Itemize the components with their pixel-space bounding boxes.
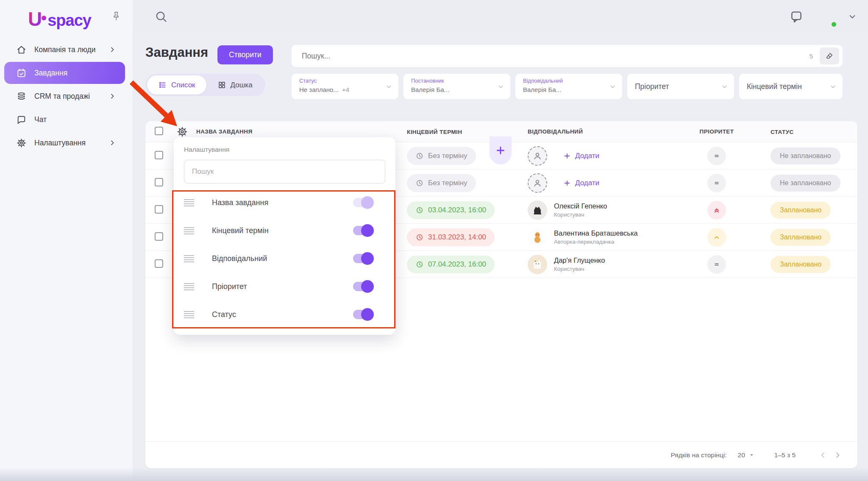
view-tab-list[interactable]: Список — [147, 75, 206, 95]
due-date-pill[interactable]: Без терміну — [407, 174, 476, 192]
column-toggle-label: Відповідальний — [212, 254, 353, 263]
pagination-range: 1–5 з 5 — [774, 451, 796, 459]
column-header-deadline[interactable]: КІНЦЕВИЙ ТЕРМІН — [407, 129, 462, 135]
filter-value: Не заплано... — [299, 86, 339, 93]
filter-deadline[interactable]: Кінцевий термін — [739, 74, 843, 99]
priority-medium-button[interactable] — [707, 255, 726, 274]
assignee-avatar — [528, 200, 547, 220]
drag-handle-icon[interactable] — [184, 255, 194, 262]
column-header-priority[interactable]: ПРІОРИТЕТ — [700, 128, 734, 135]
sidebar-nav: Компанія та люди Завдання CRM та продажі — [0, 37, 133, 155]
priority-medium-button[interactable] — [707, 147, 726, 165]
column-toggle-switch[interactable] — [353, 254, 373, 263]
table-footer: Рядків на сторінці: 20 1–5 з 5 — [145, 441, 857, 468]
app-root: U spacy Компанія та люди — [0, 0, 868, 481]
priority-high-button[interactable] — [707, 228, 726, 247]
due-date-pill[interactable]: 03.04.2023, 16:00 — [407, 201, 495, 219]
sidebar-item-label: Компанія та люди — [34, 45, 95, 54]
due-date-pill[interactable]: 31.03.2023, 14:00 — [407, 228, 495, 246]
clear-search-button[interactable] — [820, 47, 839, 64]
filter-label: Постановник — [411, 78, 496, 84]
board-view-icon — [217, 81, 226, 89]
column-toggle-row: Відповідальний — [184, 245, 385, 272]
create-task-button[interactable]: Створити — [217, 45, 273, 64]
sidebar: U spacy Компанія та люди — [0, 0, 133, 481]
page-title: Завдання — [145, 45, 208, 60]
user-menu-caret[interactable] — [848, 12, 857, 21]
column-header-status[interactable]: СТАТУС — [771, 129, 794, 135]
page-size-select[interactable]: 20 — [738, 451, 755, 459]
row-checkbox[interactable] — [155, 205, 163, 214]
status-pill[interactable]: Заплановано — [771, 256, 831, 273]
pin-icon — [111, 11, 122, 22]
list-view-icon — [158, 81, 167, 89]
due-date-pill[interactable]: 07.04.2023, 16:00 — [407, 256, 495, 273]
status-pill[interactable]: Заплановано — [771, 229, 831, 246]
status-pill[interactable]: Не заплановано — [771, 147, 840, 164]
chat-icon — [16, 114, 27, 125]
chevron-right-icon — [109, 93, 116, 100]
add-assignee-button[interactable]: Додати — [563, 152, 599, 160]
assignee-avatar — [528, 255, 547, 274]
column-toggle-label: Статус — [212, 310, 353, 319]
column-settings-button[interactable] — [176, 125, 189, 138]
logo-text: spacy — [47, 11, 91, 30]
filter-priority[interactable]: Пріоритет — [627, 74, 734, 99]
select-all-checkbox[interactable] — [155, 127, 163, 135]
row-checkbox[interactable] — [155, 259, 163, 268]
priority-highest-button[interactable] — [707, 201, 726, 220]
status-pill[interactable]: Не заплановано — [771, 175, 840, 192]
column-toggle-row: Кінцевий термін — [184, 217, 385, 245]
filter-responsible[interactable]: Відповідальний Валерія Ба... — [515, 74, 622, 99]
column-toggle-switch[interactable] — [353, 282, 373, 291]
chevron-down-icon — [385, 83, 392, 90]
assignee-name: Дар'я Глущенко — [554, 256, 605, 264]
next-page-button[interactable] — [830, 448, 845, 462]
row-checkbox[interactable] — [155, 151, 163, 159]
prev-page-button[interactable] — [816, 448, 830, 462]
logo-letter-u: U — [28, 8, 41, 31]
filter-author[interactable]: Постановник Валерія Ба... — [403, 74, 510, 99]
row-checkbox[interactable] — [155, 178, 163, 186]
quick-add-task-button[interactable] — [490, 136, 512, 164]
user-avatar[interactable] — [815, 6, 837, 28]
filter-label: Пріоритет — [635, 82, 669, 91]
column-toggle-switch[interactable] — [353, 226, 373, 235]
drag-handle-icon[interactable] — [184, 227, 194, 234]
uspacy-logo[interactable]: U spacy — [28, 8, 91, 31]
sidebar-item-tasks[interactable]: Завдання — [4, 62, 125, 84]
sidebar-item-label: Завдання — [34, 69, 67, 78]
popup-search-input[interactable] — [184, 160, 385, 184]
filter-extra-count: +4 — [342, 86, 349, 93]
sidebar-item-settings[interactable]: Налаштування — [4, 132, 125, 154]
pin-sidebar-button[interactable] — [108, 8, 124, 24]
status-pill[interactable]: Заплановано — [771, 202, 831, 219]
column-toggle-switch[interactable] — [353, 310, 373, 319]
filter-status[interactable]: Статус Не заплано...+4 — [292, 74, 398, 99]
assignee-role: Авторка-перекладачка — [554, 239, 638, 245]
task-search-bar[interactable]: 5 — [292, 45, 843, 67]
search-icon — [154, 9, 168, 24]
task-search-input[interactable] — [302, 52, 810, 61]
add-assignee-button[interactable]: Додати — [563, 179, 599, 187]
view-tab-board[interactable]: Дошка — [206, 75, 264, 95]
due-date-pill[interactable]: Без терміну — [407, 147, 476, 165]
sidebar-item-company[interactable]: Компанія та люди — [4, 39, 125, 61]
sidebar-item-chat[interactable]: Чат — [4, 108, 125, 131]
global-search-button[interactable] — [154, 9, 168, 24]
column-toggle-switch[interactable] — [353, 198, 373, 207]
column-header-name[interactable]: НАЗВА ЗАВДАННЯ — [196, 128, 252, 135]
messages-button[interactable] — [789, 9, 804, 24]
sidebar-item-crm[interactable]: CRM та продажі — [4, 85, 125, 107]
drag-handle-icon[interactable] — [184, 311, 194, 318]
assignee-placeholder-icon — [528, 173, 547, 193]
column-header-responsible[interactable]: ВІДПОВІДАЛЬНИЙ — [528, 128, 583, 135]
home-icon — [16, 44, 27, 55]
drag-handle-icon[interactable] — [184, 199, 194, 206]
row-checkbox[interactable] — [155, 232, 163, 241]
column-toggle-row: Пріоритет — [184, 272, 385, 300]
drag-handle-icon[interactable] — [184, 283, 194, 290]
column-toggle-list: Назва завдання Кінцевий термін Відповіда… — [184, 189, 385, 328]
priority-medium-button[interactable] — [707, 174, 726, 192]
topbar-right — [789, 0, 857, 33]
